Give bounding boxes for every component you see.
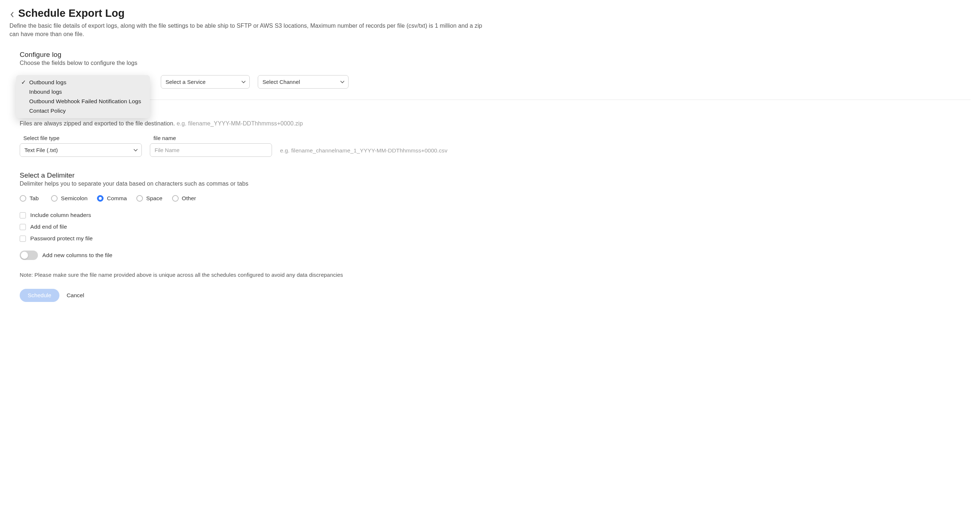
delimiter-subtitle: Delimiter helps you to separate your dat… (20, 181, 970, 187)
radio-icon (136, 195, 143, 202)
checkbox-icon (20, 212, 26, 218)
log-type-option-inbound[interactable]: Inbound logs (16, 87, 150, 97)
checkbox-label: Add end of file (30, 224, 67, 230)
delimiter-title: Select a Delimiter (20, 172, 970, 180)
chevron-down-icon (134, 148, 138, 153)
select-placeholder: Select Channel (262, 79, 300, 85)
chevron-down-icon (340, 80, 345, 84)
delimiter-radio-tab[interactable]: Tab (20, 195, 41, 202)
radio-icon (172, 195, 179, 202)
toggle-knob (21, 251, 28, 259)
radio-icon (20, 195, 26, 202)
delimiter-radio-semicolon[interactable]: Semicolon (51, 195, 88, 202)
section-divider (20, 100, 970, 100)
checkbox-label: Include column headers (30, 212, 91, 218)
checkbox-include-headers[interactable]: Include column headers (20, 212, 970, 218)
checkbox-password-protect[interactable]: Password protect my file (20, 235, 970, 242)
log-type-option-outbound[interactable]: ✓ Outbound logs (16, 78, 150, 87)
file-desc-example: e.g. filename_YYYY-MM-DDThhmmss+0000.zip (177, 120, 302, 127)
file-type-select[interactable]: Text File (.txt) (20, 143, 142, 157)
radio-label: Tab (30, 195, 39, 202)
radio-label: Space (146, 195, 162, 202)
service-select[interactable]: Select a Service (161, 75, 250, 89)
configure-subtitle: Choose the fields below to configure the… (20, 60, 970, 66)
file-type-label: Select file type (20, 135, 142, 141)
delimiter-radio-other[interactable]: Other (172, 195, 196, 202)
delimiter-radio-space[interactable]: Space (136, 195, 162, 202)
dropdown-item-label: Contact Policy (29, 108, 65, 114)
file-name-label: file name (150, 135, 272, 141)
delimiter-radio-comma[interactable]: Comma (97, 195, 127, 202)
radio-icon (97, 195, 103, 202)
log-type-dropdown[interactable]: ✓ Outbound logs Inbound logs Outbound We… (16, 75, 150, 118)
dropdown-item-label: Outbound Webhook Failed Notification Log… (29, 98, 141, 105)
toggle-add-new-columns[interactable] (20, 251, 38, 260)
file-type-value: Text File (.txt) (24, 147, 58, 153)
checkbox-label: Password protect my file (30, 235, 92, 242)
cancel-button[interactable]: Cancel (65, 292, 86, 299)
log-type-option-contact-policy[interactable]: Contact Policy (16, 106, 150, 116)
checkbox-add-eof[interactable]: Add end of file (20, 224, 970, 230)
chevron-down-icon (241, 80, 246, 84)
dropdown-item-label: Inbound logs (29, 89, 62, 95)
dropdown-item-label: Outbound logs (29, 79, 66, 86)
file-desc-text: Files are always zipped and exported to … (20, 120, 175, 127)
file-name-input[interactable] (150, 143, 272, 157)
radio-label: Comma (107, 195, 127, 202)
channel-select[interactable]: Select Channel (258, 75, 348, 89)
page-title: Schedule Export Log (18, 7, 125, 19)
radio-label: Other (182, 195, 196, 202)
checkbox-icon (20, 235, 26, 242)
file-destination-note: Files are always zipped and exported to … (20, 120, 303, 127)
check-icon: ✓ (21, 79, 26, 86)
checkbox-icon (20, 224, 26, 230)
back-icon[interactable] (10, 12, 15, 17)
schedule-button[interactable]: Schedule (20, 289, 59, 302)
toggle-label: Add new columns to the file (42, 252, 112, 259)
uniqueness-note: Note: Please make sure the file name pro… (10, 272, 970, 278)
page-subtitle: Define the basic file details of export … (10, 22, 491, 38)
log-type-option-webhook[interactable]: Outbound Webhook Failed Notification Log… (16, 97, 150, 106)
radio-icon (51, 195, 57, 202)
configure-title: Configure log (20, 51, 970, 59)
file-name-example: e.g. filename_channelname_1_YYYY-MM-DDTh… (280, 147, 447, 157)
select-placeholder: Select a Service (165, 79, 205, 85)
radio-label: Semicolon (61, 195, 88, 202)
